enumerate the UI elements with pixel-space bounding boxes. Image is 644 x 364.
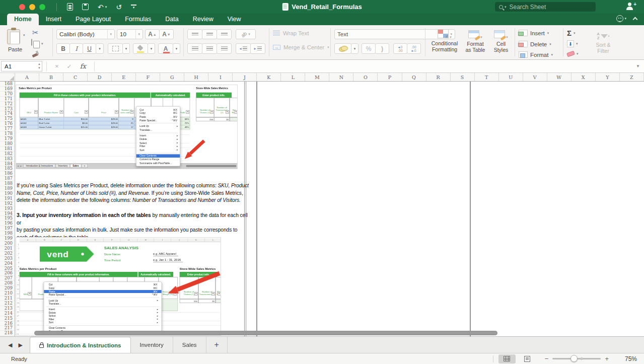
merge-center-button[interactable]: ↔Merge & Center▾: [273, 44, 329, 50]
align-left-icon[interactable]: [187, 43, 202, 54]
font-name-select[interactable]: Calibri (Body)▾: [56, 29, 115, 39]
menu-item[interactable]: [138, 123, 178, 124]
name-box[interactable]: A1 ▲▼: [1, 61, 42, 71]
formula-bar-expand-icon[interactable]: ▼: [636, 64, 640, 68]
font-color-caret-icon[interactable]: ▾: [173, 43, 180, 54]
menu-item[interactable]: Translate...: [136, 128, 180, 131]
increase-indent-icon[interactable]: ▸: [250, 43, 265, 54]
column-header[interactable]: F: [136, 73, 160, 81]
format-cells-button[interactable]: Format▾: [519, 51, 553, 58]
insert-cells-button[interactable]: Insert▾: [519, 30, 549, 36]
undo-icon[interactable]: ↶▾: [98, 4, 107, 11]
clear-button[interactable]: ▾: [567, 52, 579, 56]
align-right-icon[interactable]: [217, 43, 232, 54]
name-box-spinner[interactable]: ▲▼: [38, 62, 41, 70]
fullscreen-button[interactable]: [39, 4, 45, 10]
column-header[interactable]: H: [184, 73, 208, 81]
copy-icon[interactable]: [31, 39, 32, 45]
orientation-icon[interactable]: ab▾: [236, 29, 256, 39]
fill-color-icon[interactable]: [133, 43, 148, 54]
minimize-button[interactable]: [29, 4, 35, 10]
align-top-icon[interactable]: [187, 29, 202, 39]
column-header[interactable]: M: [305, 73, 329, 81]
menu-item[interactable]: Filter: [136, 144, 180, 148]
sheet-tab[interactable]: Introduction & Instructions: [30, 337, 131, 353]
shrink-font-button[interactable]: A▼: [159, 29, 174, 39]
format-as-table-button[interactable]: ▾ Formatas Table: [462, 30, 488, 53]
cut-icon[interactable]: ✂: [32, 28, 39, 37]
underline-caret-icon[interactable]: ▾: [96, 43, 104, 54]
search-input[interactable]: ▾ Search Sheet: [495, 2, 596, 12]
search-scope-caret-icon[interactable]: ▾: [505, 5, 507, 9]
menu-item[interactable]: Translate...: [44, 302, 161, 306]
font-color-icon[interactable]: A: [158, 43, 173, 54]
ribbon-tab[interactable]: Review: [186, 14, 221, 25]
increase-decimal-icon[interactable]: ◂.0.00: [393, 43, 407, 54]
sheet-canvas[interactable]: 1681691701711721731741751761771781791801…: [0, 82, 644, 336]
column-header[interactable]: J: [233, 73, 257, 81]
percent-style-button[interactable]: %: [362, 43, 376, 54]
conditional-formatting-button[interactable]: ▾ ConditionalFormatting: [429, 29, 460, 52]
wrap-text-button[interactable]: Wrap Text: [273, 30, 309, 36]
menu-item[interactable]: Convert to Range: [136, 158, 180, 161]
zoom-out-icon[interactable]: −: [545, 355, 549, 362]
menu-item[interactable]: [138, 132, 178, 133]
italic-button[interactable]: I: [69, 43, 83, 54]
column-header[interactable]: P: [378, 73, 402, 81]
ribbon-tab[interactable]: Home: [7, 14, 39, 25]
column-header[interactable]: X: [571, 73, 596, 81]
menu-item[interactable]: [46, 298, 159, 298]
fill-button[interactable]: ⬇▾: [567, 40, 578, 47]
menu-item[interactable]: Look Up: [136, 124, 180, 128]
menu-item[interactable]: Paste Special...^⌘V: [44, 293, 161, 297]
sheet-tab[interactable]: Inventory: [131, 337, 173, 353]
menu-item[interactable]: Delete: [136, 137, 180, 141]
menu-item[interactable]: [46, 325, 159, 326]
zoom-in-icon[interactable]: +: [605, 355, 609, 362]
column-header[interactable]: Z: [620, 73, 644, 81]
close-button[interactable]: [19, 4, 25, 10]
menu-item[interactable]: Select: [136, 141, 180, 144]
paste-icon[interactable]: [7, 29, 20, 44]
underline-button[interactable]: U: [83, 43, 96, 54]
copy-caret-icon[interactable]: ▾: [41, 42, 43, 46]
column-header[interactable]: W: [547, 73, 571, 81]
delete-cells-button[interactable]: Delete▾: [519, 41, 551, 47]
select-all-corner[interactable]: [0, 73, 15, 81]
align-middle-icon[interactable]: [202, 29, 217, 39]
column-header[interactable]: S: [451, 73, 475, 81]
menu-item[interactable]: Clear Contents: [136, 154, 180, 158]
autosum-button[interactable]: Σ▾: [567, 29, 576, 37]
currency-caret-icon[interactable]: ▾: [351, 43, 359, 54]
share-icon[interactable]: +: [626, 3, 635, 11]
menu-item[interactable]: Sort: [44, 321, 161, 324]
borders-caret-icon[interactable]: ▾: [122, 43, 130, 54]
paste-caret-icon[interactable]: ▾: [23, 33, 25, 37]
comma-style-button[interactable]: ): [375, 43, 389, 54]
ribbon-tab[interactable]: View: [221, 14, 248, 25]
cell-styles-button[interactable]: ▾ CellStyles: [489, 30, 513, 53]
borders-icon[interactable]: [108, 43, 123, 54]
menu-item[interactable]: Cut⌘X: [136, 108, 180, 111]
column-header[interactable]: U: [499, 73, 523, 81]
ribbon-tab[interactable]: Page Layout: [68, 14, 118, 25]
column-header[interactable]: B: [39, 73, 63, 81]
menu-item[interactable]: Copy⌘C: [136, 111, 180, 115]
align-bottom-icon[interactable]: [217, 29, 232, 39]
column-header[interactable]: C: [63, 73, 88, 81]
sheet-tab[interactable]: Sales: [173, 337, 206, 353]
page-layout-view-button[interactable]: [519, 354, 536, 363]
bold-button[interactable]: B: [56, 43, 70, 54]
column-header[interactable]: Q: [402, 73, 426, 81]
redo-icon[interactable]: ↺: [116, 4, 122, 11]
save-icon[interactable]: [82, 4, 89, 10]
currency-icon[interactable]: [334, 43, 351, 54]
normal-view-button[interactable]: [498, 354, 516, 363]
column-header[interactable]: D: [88, 73, 112, 81]
font-size-select[interactable]: 10▾: [117, 29, 143, 39]
zoom-slider[interactable]: [552, 358, 601, 359]
row-header[interactable]: 218: [0, 331, 15, 336]
decrease-decimal-icon[interactable]: .00▸.0: [407, 43, 421, 54]
menu-item[interactable]: [46, 307, 159, 307]
menu-item[interactable]: [138, 153, 178, 153]
